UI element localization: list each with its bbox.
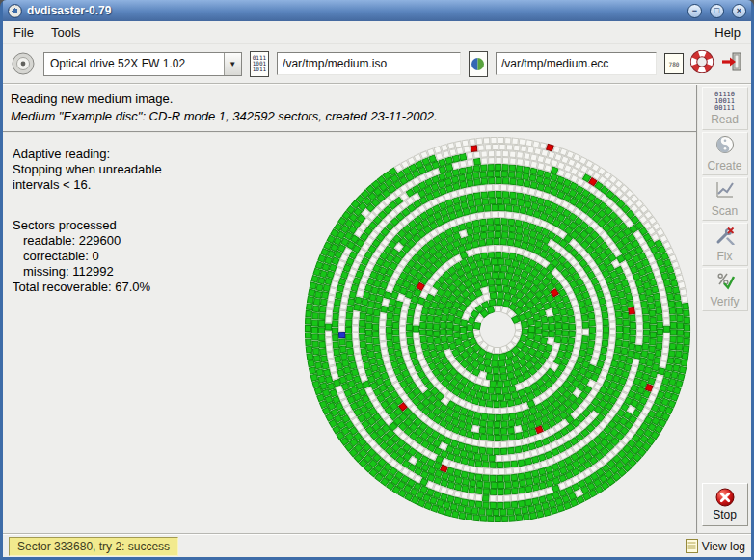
log-icon-text: 780 [669,61,680,67]
stop-button[interactable]: Stop [702,483,748,526]
verify-button-label: Verify [710,295,739,308]
sectors-readable: readable: 229600 [13,233,283,249]
app-icon [8,4,22,18]
scan-button-label: Scan [712,204,738,218]
drive-icon[interactable] [11,51,36,76]
status-message: Sector 333680, try 2: success [9,537,178,556]
adaptive-reading-title: Adaptive reading: [13,147,283,162]
statusbar: Sector 333680, try 2: success View log [3,534,751,557]
content-row: Reading new medium image. Medium "Exampl… [3,85,751,534]
verify-check-icon [715,271,735,294]
create-button[interactable]: Create [702,132,748,175]
toolbar: Optical drive 52X FW 1.02 ▼ 0111 1001 10… [3,44,751,83]
image-file-icon: 0111 1001 1011 [250,51,269,77]
view-log-button[interactable]: View log [686,539,745,553]
menu-file[interactable]: File [5,22,42,42]
chevron-down-icon[interactable]: ▼ [224,53,241,75]
app-window: dvdisaster-0.79 − □ × File Tools Help Op… [0,0,754,560]
read-button[interactable]: 01110 10011 00111 Read [702,87,748,130]
window-body: File Tools Help Optical drive 52X FW 1.0… [3,21,751,557]
menu-tools[interactable]: Tools [42,22,89,42]
ecc-file-icon [469,51,488,77]
read-button-label: Read [711,113,739,126]
image-file-icon-text: 1011 [253,67,266,72]
iso-path-input[interactable] [277,52,460,75]
status-line-medium-info: Medium "Example disc": CD-R mode 1, 3425… [11,109,688,123]
action-rail: 01110 10011 00111 Read [696,85,751,534]
drive-select[interactable]: Optical drive 52X FW 1.02 ▼ [43,52,242,76]
view-log-icon [686,539,698,553]
help-lifebelt-icon[interactable] [690,50,714,77]
read-binary-icon: 01110 10011 00111 [714,92,735,112]
toolbar-right-icons: 780 [664,50,743,77]
status-line-primary: Reading new medium image. [11,92,688,106]
titlebar[interactable]: dvdisaster-0.79 − □ × [3,0,751,21]
main-area: Reading new medium image. Medium "Exampl… [3,85,696,534]
fix-tools-icon [715,226,735,249]
sectors-correctable: correctable: 0 [13,249,283,264]
menu-help[interactable]: Help [706,22,749,42]
stopping-condition-line1: Stopping when unreadable [13,162,283,177]
drive-select-value: Optical drive 52X FW 1.02 [44,53,224,75]
maximize-button[interactable]: □ [710,4,724,18]
ecc-path-input[interactable] [496,52,657,75]
sectors-missing: missing: 112992 [13,264,283,280]
fix-button-label: Fix [717,250,733,263]
stop-icon [715,488,735,507]
status-heading: Reading new medium image. Medium "Exampl… [3,85,696,133]
sectors-processed-title: Sectors processed [13,218,283,233]
reading-info-panel: Adaptive reading: Stopping when unreadab… [13,147,283,295]
menubar: File Tools Help [3,21,751,44]
scan-button[interactable]: Scan [702,177,748,221]
create-button-label: Create [707,159,741,173]
window-title: dvdisaster-0.79 [27,4,680,17]
stop-button-label: Stop [713,508,737,521]
quit-icon[interactable] [720,50,743,77]
minimize-button[interactable]: − [687,4,702,18]
total-recoverable: Total recoverable: 67.0% [13,280,283,295]
fix-button[interactable]: Fix [702,223,748,266]
disc-sector-map [300,132,695,527]
stopping-condition-line2: intervals < 16. [13,177,283,193]
verify-button[interactable]: Verify [702,268,748,311]
scan-curve-icon [715,180,735,203]
disc-visualization [300,132,695,527]
view-log-label: View log [702,540,745,553]
log-icon[interactable]: 780 [664,53,684,74]
create-yinyang-icon [715,135,735,158]
close-button[interactable]: × [732,4,746,18]
